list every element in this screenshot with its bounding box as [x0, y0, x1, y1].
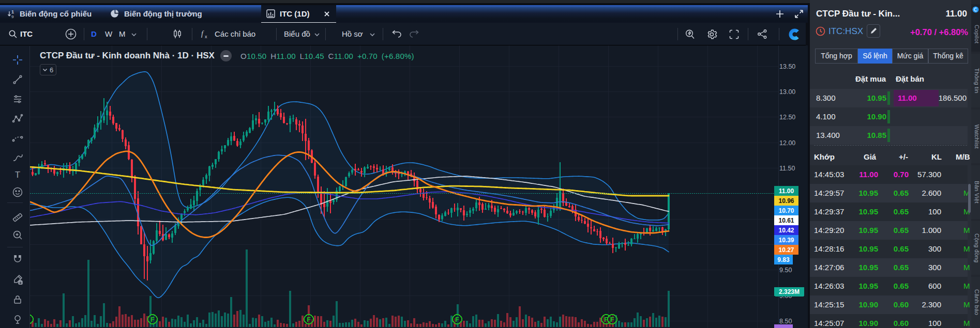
svg-text:10.61: 10.61	[778, 217, 794, 224]
svg-text:F: F	[307, 316, 310, 323]
svg-text:9: 9	[11, 14, 14, 19]
svg-text:1: 1	[11, 9, 14, 14]
svg-text:12.50: 12.50	[779, 114, 795, 121]
svg-text:9.83: 9.83	[777, 256, 790, 263]
svg-text:F: F	[150, 316, 154, 323]
svg-text:x: x	[205, 34, 207, 39]
svg-text:9.50: 9.50	[779, 267, 792, 274]
svg-text:10.70: 10.70	[778, 207, 794, 214]
svg-text:11.50: 11.50	[779, 165, 795, 172]
svg-text:T: T	[15, 170, 20, 180]
svg-text:10.39: 10.39	[778, 237, 794, 244]
svg-text:F: F	[610, 316, 614, 323]
svg-text:10.96: 10.96	[778, 197, 794, 205]
svg-text:13.00: 13.00	[779, 88, 795, 96]
svg-text:10.42: 10.42	[778, 227, 794, 234]
svg-text:12.00: 12.00	[779, 139, 795, 147]
svg-text:8.50: 8.50	[779, 318, 792, 325]
svg-text:F: F	[455, 316, 459, 323]
svg-text:13.50: 13.50	[779, 63, 795, 70]
svg-text:2.323M: 2.323M	[779, 288, 800, 295]
svg-text:10.27: 10.27	[778, 246, 794, 254]
svg-text:f: f	[201, 30, 204, 38]
svg-text:11.00: 11.00	[779, 188, 794, 195]
